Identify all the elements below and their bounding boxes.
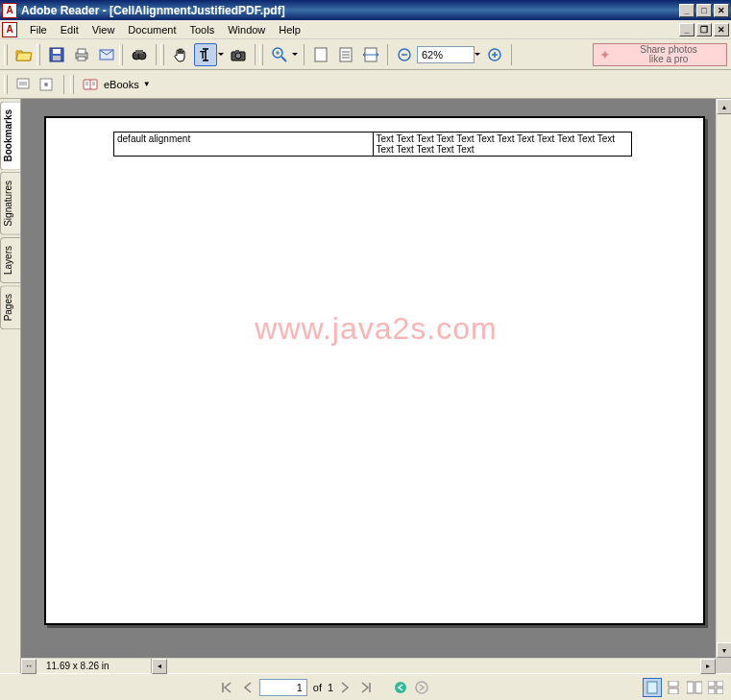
scroll-left-button[interactable]: ◂ — [152, 659, 167, 674]
last-page-icon — [360, 682, 372, 693]
document-scroll-area[interactable]: default alignment Text Text Text Text Te… — [21, 99, 731, 673]
mdi-minimize-button[interactable]: _ — [679, 23, 694, 36]
toolbar-grip[interactable] — [70, 75, 74, 94]
menu-view[interactable]: View — [85, 22, 122, 37]
page-number-input[interactable] — [259, 679, 307, 696]
zoom-tool-dropdown[interactable] — [290, 44, 300, 65]
zoom-dropdown[interactable] — [473, 44, 482, 65]
first-page-button[interactable] — [217, 678, 236, 697]
hand-tool-button[interactable] — [169, 43, 192, 66]
main-toolbar: T ✦ Share photos like a pro — [0, 39, 731, 70]
dimension-toggle-button[interactable]: ↔ — [21, 659, 37, 674]
tab-pages[interactable]: Pages — [0, 285, 20, 329]
menubar: A File Edit View Document Tools Window H… — [0, 20, 731, 39]
review-button[interactable] — [12, 73, 35, 96]
minimize-button[interactable]: _ — [679, 4, 694, 17]
mdi-restore-button[interactable]: ❐ — [696, 23, 712, 36]
back-button[interactable] — [391, 678, 410, 697]
text-tool-dropdown[interactable] — [216, 44, 226, 65]
horizontal-scrollbar[interactable]: ↔ 11.69 x 8.26 in ◂ ▸ — [21, 658, 716, 673]
zoom-out-button[interactable] — [393, 43, 416, 66]
menu-edit[interactable]: Edit — [54, 22, 85, 37]
zoom-in-plus-button[interactable] — [483, 43, 506, 66]
menu-tools[interactable]: Tools — [183, 22, 222, 37]
save-button[interactable] — [45, 43, 68, 66]
tab-bookmarks[interactable]: Bookmarks — [0, 101, 20, 170]
floppy-icon — [49, 47, 64, 62]
single-page-view-button[interactable] — [643, 678, 662, 697]
svg-rect-39 — [708, 688, 715, 694]
continuous-facing-icon — [708, 681, 723, 694]
toolbar-grip[interactable] — [119, 44, 123, 65]
back-circle-icon — [394, 681, 407, 694]
open-button[interactable] — [12, 43, 36, 66]
svg-rect-35 — [687, 682, 694, 693]
scroll-down-button[interactable]: ▾ — [717, 642, 731, 658]
toolbar-grip[interactable] — [37, 44, 40, 65]
zoom-input[interactable] — [417, 46, 475, 63]
page-layout-buttons — [643, 678, 725, 697]
vertical-scrollbar[interactable]: ▴ ▾ — [716, 99, 731, 658]
toolbar-separator — [255, 44, 256, 65]
close-button[interactable]: ✕ — [714, 4, 729, 17]
menu-help[interactable]: Help — [272, 22, 307, 37]
document-icon[interactable]: A — [2, 22, 17, 37]
camera-icon — [231, 48, 246, 61]
continuous-facing-view-button[interactable] — [706, 678, 725, 697]
forward-button[interactable] — [412, 678, 431, 697]
last-page-button[interactable] — [356, 678, 376, 697]
mdi-close-button[interactable]: ✕ — [714, 23, 729, 36]
continuous-icon — [668, 681, 679, 694]
snapshot-tool-button[interactable] — [227, 43, 250, 66]
svg-rect-1 — [53, 49, 61, 54]
document-viewport: default alignment Text Text Text Text Te… — [21, 99, 731, 673]
scroll-right-button[interactable]: ▸ — [700, 659, 716, 674]
email-button[interactable] — [95, 43, 118, 66]
app-icon: A — [2, 3, 17, 18]
tab-signatures[interactable]: Signatures — [0, 172, 20, 235]
forward-circle-icon — [415, 681, 428, 694]
toolbar-grip[interactable] — [4, 44, 8, 65]
workspace: Bookmarks Signatures Layers Pages defaul… — [0, 99, 731, 673]
continuous-view-button[interactable] — [664, 678, 683, 697]
fit-page-button[interactable] — [334, 43, 357, 66]
maximize-button[interactable]: □ — [696, 4, 712, 17]
navigation-panel: Bookmarks Signatures Layers Pages — [0, 99, 21, 673]
menu-document[interactable]: Document — [121, 22, 183, 37]
scroll-track[interactable] — [717, 114, 731, 642]
minus-circle-icon — [398, 48, 411, 61]
pdf-page: default alignment Text Text Text Text Te… — [44, 116, 705, 625]
share-line1: Share photos — [617, 45, 720, 55]
svg-rect-38 — [717, 681, 723, 687]
toolbar-grip[interactable] — [259, 44, 263, 65]
share-photos-promo[interactable]: ✦ Share photos like a pro — [593, 43, 727, 66]
menu-file[interactable]: File — [23, 22, 54, 37]
scroll-up-button[interactable]: ▴ — [717, 99, 731, 114]
cell-left: default alignment — [114, 133, 374, 157]
prev-page-button[interactable] — [238, 678, 257, 697]
svg-rect-4 — [78, 49, 85, 54]
next-page-button[interactable] — [335, 678, 354, 697]
actual-size-button[interactable] — [309, 43, 332, 66]
toolbar-separator — [304, 44, 305, 65]
svg-point-12 — [235, 53, 241, 59]
zoom-in-button[interactable] — [268, 43, 291, 66]
comment-button[interactable] — [35, 73, 58, 96]
page-dimensions: 11.69 x 8.26 in — [37, 659, 152, 673]
print-button[interactable] — [70, 43, 93, 66]
mdi-controls: _ ❐ ✕ — [679, 23, 729, 36]
search-button[interactable] — [128, 43, 151, 66]
svg-point-30 — [395, 682, 406, 693]
tab-layers[interactable]: Layers — [0, 237, 20, 283]
page-of-label: of — [313, 682, 322, 693]
fit-width-button[interactable] — [359, 43, 382, 66]
toolbar-grip[interactable] — [4, 75, 8, 94]
single-page-icon — [646, 681, 658, 694]
svg-rect-40 — [717, 688, 723, 694]
menu-window[interactable]: Window — [221, 22, 272, 37]
toolbar-grip[interactable] — [160, 44, 164, 65]
text-select-tool-button[interactable]: T — [194, 43, 217, 66]
svg-line-15 — [281, 57, 286, 61]
facing-view-button[interactable] — [685, 678, 704, 697]
ebooks-button[interactable]: eBooks ▼ — [78, 74, 156, 95]
